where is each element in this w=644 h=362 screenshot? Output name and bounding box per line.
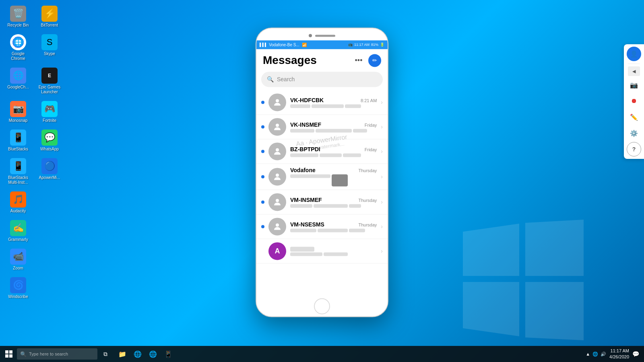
phone-content[interactable]: Messages ••• ✏ 🔍 Search VK-HDFCBK [256, 49, 388, 296]
sender-name: VK-INSMEF [290, 121, 321, 128]
sender-name: VM-NSESMS [290, 221, 324, 228]
desktop-icon-apowermirror[interactable]: 🔵 ApowerMi... [35, 156, 64, 187]
desktop-icon-skype[interactable]: S Skype [35, 33, 64, 63]
message-item-vk-hdfcbk[interactable]: VK-HDFCBK 8:21 AM › [256, 90, 388, 115]
taskbar-search-icon: 🔍 [20, 351, 27, 357]
chevron-icon: › [381, 148, 383, 154]
message-preview [290, 174, 377, 186]
wifi-icon: 📶 [302, 43, 307, 47]
desktop-icon-bluestacks2[interactable]: 📱 BlueStacks Multi-Inst... [4, 156, 32, 187]
apower-help-button[interactable]: ? [627, 142, 641, 156]
message-item-vm-nsesms[interactable]: VM-NSESMS Thursday › [256, 214, 388, 239]
desktop-icon-chrome[interactable]: 🌐 Google Chrome [4, 33, 32, 63]
skype-label: Skype [44, 51, 55, 56]
apower-settings-button[interactable]: ⚙️ [627, 126, 641, 140]
taskbar-chrome-2[interactable]: 🌐 [146, 347, 160, 361]
message-body-vodafone: Vodafone Thursday [290, 167, 377, 186]
windscribe-icon: 🌀 [10, 277, 26, 293]
home-button[interactable] [314, 298, 330, 314]
signal-icon: ▌▌▌ [260, 43, 267, 47]
desktop-icon-grammarly[interactable]: ✍️ Grammarly [4, 218, 32, 244]
desktop-icon-recycle-bin[interactable]: 🗑️ Recycle Bin [4, 4, 32, 29]
network-icon: 🌐 [592, 352, 598, 357]
apower-draw-button[interactable]: ✏️ [627, 110, 641, 124]
message-time: Friday [365, 147, 377, 152]
chrome-icon: 🌐 [10, 34, 26, 50]
monosnap-icon: 📷 [10, 101, 26, 117]
bittorrent-label: BitTorrent [41, 23, 58, 28]
taskbar-apps: 📁 🌐 🌐 📱 [115, 347, 175, 361]
bluestacks2-icon: 📱 [10, 158, 26, 174]
taskbar-file-explorer[interactable]: 📁 [115, 347, 130, 361]
search-bar[interactable]: 🔍 Search [261, 72, 383, 87]
message-preview [290, 204, 377, 208]
clock-time: 11:17 AM [609, 348, 629, 354]
header-icons: ••• ✏ [352, 54, 381, 67]
message-body-bz-bptpdi: BZ-BPTPDI Friday [290, 146, 377, 157]
phone-camera [309, 34, 312, 37]
sender-name [290, 247, 314, 251]
more-options-button[interactable]: ••• [352, 54, 365, 67]
tray-arrow[interactable]: ▲ [586, 352, 590, 356]
desktop-icon-zoom[interactable]: 📹 Zoom [4, 247, 32, 272]
apower-user-button[interactable]: 👤 [627, 47, 641, 61]
unread-dot [261, 175, 264, 178]
grammarly-icon: ✍️ [10, 220, 26, 236]
apower-panel: 👤 ◀ 📷 ⏺ ✏️ ⚙️ ? [624, 44, 644, 159]
message-time: Thursday [358, 222, 377, 227]
apower-record-button[interactable]: ⏺ [627, 94, 641, 108]
unread-dot [261, 150, 264, 153]
volume-icon: 🔊 [601, 352, 606, 357]
messages-title: Messages [263, 54, 317, 67]
notification-button[interactable]: 💬 [632, 351, 639, 357]
taskbar-chrome-1[interactable]: 🌐 [130, 347, 145, 361]
epic-games-label: Epic Games Launcher [37, 85, 62, 95]
desktop-icon-monosnap[interactable]: 📷 Monosnap [4, 99, 32, 125]
fortnite-icon: 🎮 [41, 101, 58, 117]
status-bar: ▌▌▌ Vodafone-Be S... 📶 📺 11:17 AM 81% 🔋 [256, 40, 388, 49]
desktop-icon-googlechrome2[interactable]: 🌐 GoogleCh... [4, 66, 32, 96]
bittorrent-icon: ⚡ [41, 6, 58, 22]
windows-watermark [463, 220, 584, 342]
apowermirror-icon: 🔵 [41, 158, 58, 174]
start-button[interactable] [2, 347, 16, 361]
desktop-icon-windscribe[interactable]: 🌀 Windscribe [4, 276, 32, 301]
recycle-bin-icon: 🗑️ [10, 6, 26, 22]
svg-point-0 [276, 99, 279, 102]
desktop-icon-whatsapp[interactable]: 💬 WhatsApp [35, 128, 64, 153]
message-body-vm-insmef: VM-INSMEF Thursday [290, 197, 377, 208]
message-item-bz-bptpdi[interactable]: BZ-BPTPDI Friday › [256, 139, 388, 164]
message-item-vm-insmef[interactable]: VM-INSMEF Thursday › [256, 190, 388, 214]
grammarly-label: Grammarly [8, 237, 28, 242]
desktop-icon-audacity[interactable]: 🎵 Audacity [4, 190, 32, 215]
message-item-vodafone[interactable]: Vodafone Thursday › [256, 164, 388, 190]
message-time: Thursday [358, 198, 377, 203]
message-time: Friday [365, 123, 377, 128]
taskbar-clock[interactable]: 11:17 AM 4/26/2020 [609, 348, 629, 360]
taskbar-apowermirror[interactable]: 📱 [161, 347, 175, 361]
sender-name: Vodafone [290, 167, 316, 173]
sender-name: BZ-BPTPDI [290, 146, 320, 152]
desktop-icon-bluestacks[interactable]: 📱 BlueStacks [4, 128, 32, 153]
phone-speaker [315, 35, 335, 37]
desktop-icon-epic-games[interactable]: E Epic Games Launcher [35, 66, 64, 96]
svg-rect-6 [5, 350, 8, 354]
taskbar-tray: ▲ 🌐 🔊 [586, 352, 606, 357]
task-view-button[interactable]: ⧉ [98, 347, 113, 361]
chevron-icon: › [381, 123, 383, 130]
compose-button[interactable]: ✏ [368, 54, 381, 67]
message-item-vk-insmef[interactable]: VK-INSMEF Friday › [256, 115, 388, 139]
apower-collapse-button[interactable]: ◀ [628, 66, 640, 76]
screen-mirror-icon: 📺 [348, 43, 353, 47]
svg-point-4 [276, 199, 279, 202]
zoom-label: Zoom [13, 266, 23, 271]
message-preview [290, 252, 377, 256]
apower-screenshot-button[interactable]: 📷 [627, 78, 641, 92]
avatar-last: A [268, 242, 286, 260]
desktop-icon-bittorrent[interactable]: ⚡ BitTorrent [35, 4, 64, 29]
desktop-icon-fortnite[interactable]: 🎮 Fortnite [35, 99, 64, 125]
message-item-last[interactable]: A › [256, 239, 388, 263]
svg-rect-9 [9, 354, 12, 358]
taskbar-search[interactable]: 🔍 Type here to search [17, 348, 97, 360]
phone-home-bar [256, 296, 388, 316]
